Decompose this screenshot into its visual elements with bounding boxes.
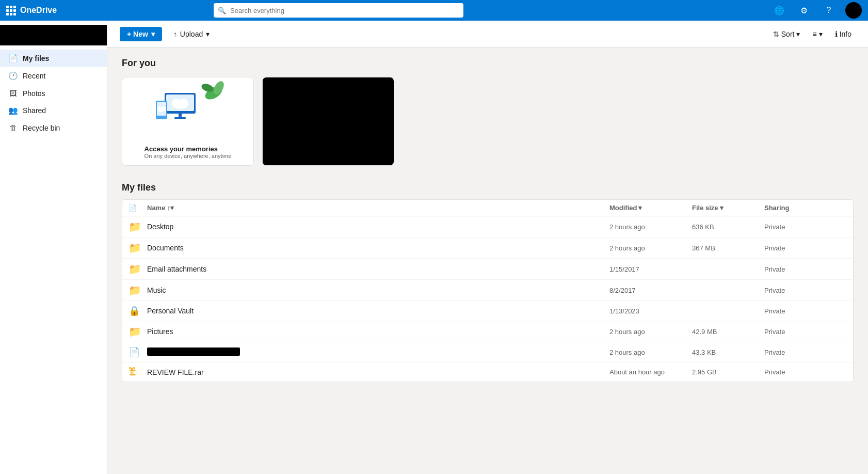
folder-icon: 📁 <box>128 284 147 296</box>
my-files-icon: 📄 <box>8 54 18 63</box>
svg-point-7 <box>179 99 188 108</box>
header-size-col[interactable]: File size ▾ <box>692 204 764 212</box>
sidebar-label-recycle-bin: Recycle bin <box>23 124 60 132</box>
search-input[interactable] <box>214 3 463 18</box>
file-size: 43.3 KB <box>692 349 764 356</box>
memories-illustration <box>122 77 253 129</box>
header-modified-col[interactable]: Modified ▾ <box>609 204 692 212</box>
table-row[interactable]: 📁 Documents 2 hours ago 367 MB Private <box>122 238 853 259</box>
table-row[interactable]: 📁 Music 8/2/2017 Private <box>122 280 853 301</box>
grid-icon <box>6 6 16 15</box>
sidebar-label-shared: Shared <box>23 106 46 115</box>
file-size: 2.95 GB <box>692 368 764 376</box>
folder-icon: 📁 <box>128 263 147 275</box>
view-button[interactable]: ≡ ▾ <box>808 27 826 41</box>
file-modified: 2 hours ago <box>609 223 692 231</box>
sort-label: Sort <box>781 30 795 38</box>
svg-rect-9 <box>174 117 186 119</box>
file-modified: 8/2/2017 <box>609 287 692 294</box>
file-modified: 2 hours ago <box>609 349 692 356</box>
recycle-bin-icon: 🗑 <box>8 123 18 132</box>
sidebar-label-my-files: My files <box>23 54 49 62</box>
memories-card-subtitle: On any device, anywhere, anytime <box>144 153 232 159</box>
file-name <box>147 347 609 357</box>
sort-button[interactable]: ⇅ Sort ▾ <box>769 27 805 41</box>
file-table: 📄 Name ↑▾ Modified ▾ File size ▾ Sharing <box>122 199 854 382</box>
file-sharing: Private <box>764 328 847 336</box>
size-sort-icon: ▾ <box>720 204 724 212</box>
layout: 📄 My files 🕐 Recent 🖼 Photos 👥 Shared 🗑 … <box>0 21 868 474</box>
photos-icon: 🖼 <box>8 89 18 98</box>
sidebar-item-my-files[interactable]: 📄 My files <box>0 50 107 67</box>
shared-icon: 👥 <box>8 106 18 115</box>
settings-button[interactable]: ⚙ <box>796 2 812 19</box>
header-sharing-col: Sharing <box>764 204 847 212</box>
modified-sort-icon: ▾ <box>638 204 642 212</box>
sidebar: 📄 My files 🕐 Recent 🖼 Photos 👥 Shared 🗑 … <box>0 21 107 474</box>
sidebar-item-recycle-bin[interactable]: 🗑 Recycle bin <box>0 119 107 136</box>
table-row[interactable]: 📁 Pictures 2 hours ago 42.9 MB Private <box>122 321 853 342</box>
for-you-title: For you <box>122 58 854 69</box>
file-modified: 2 hours ago <box>609 244 692 252</box>
table-row[interactable]: 🗜 REVIEW FILE.rar About an hour ago 2.95… <box>122 362 853 382</box>
header-name-col[interactable]: Name ↑▾ <box>147 204 609 212</box>
redacted-name-bar <box>147 347 240 356</box>
file-modified: 1/13/2023 <box>609 307 692 315</box>
file-modified: 1/15/2017 <box>609 265 692 273</box>
sidebar-item-recent[interactable]: 🕐 Recent <box>0 67 107 85</box>
header-icon-col: 📄 <box>128 204 147 212</box>
search-icon: 🔍 <box>218 7 226 14</box>
name-sort-icon: ↑▾ <box>167 204 174 212</box>
main-area: + New ▾ ↑ Upload ▾ ⇅ Sort ▾ ≡ ▾ ℹ <box>107 21 868 474</box>
file-sharing: Private <box>764 287 847 294</box>
sidebar-item-shared[interactable]: 👥 Shared <box>0 102 107 119</box>
file-name: Documents <box>147 244 609 252</box>
info-label: Info <box>840 30 851 38</box>
action-right: ⇅ Sort ▾ ≡ ▾ ℹ Info <box>769 27 856 41</box>
table-row[interactable]: 📁 Desktop 2 hours ago 636 KB Private <box>122 216 853 238</box>
help-button[interactable]: ? <box>821 2 837 19</box>
table-row[interactable]: 🔒 Personal Vault 1/13/2023 Private <box>122 301 853 321</box>
file-sharing: Private <box>764 265 847 273</box>
file-size: 367 MB <box>692 244 764 252</box>
file-name: REVIEW FILE.rar <box>147 368 609 376</box>
file-name: Email attachments <box>147 265 609 273</box>
file-sharing: Private <box>764 223 847 231</box>
svg-point-14 <box>161 106 166 112</box>
my-files-title: My files <box>122 182 854 193</box>
sort-chevron-icon: ▾ <box>796 30 800 38</box>
memories-card[interactable]: Access your memories On any device, anyw… <box>122 77 254 166</box>
app-name: OneDrive <box>20 6 57 15</box>
table-row[interactable]: 📄 2 hours ago 43.3 KB Private <box>122 342 853 362</box>
folder-icon: 📁 <box>128 220 147 233</box>
black-card[interactable] <box>262 77 394 166</box>
file-modified: 2 hours ago <box>609 328 692 336</box>
file-doc-icon: 📄 <box>128 346 147 358</box>
folder-icon: 📁 <box>128 242 147 254</box>
action-bar: + New ▾ ↑ Upload ▾ ⇅ Sort ▾ ≡ ▾ ℹ <box>107 21 868 48</box>
upload-button[interactable]: ↑ Upload ▾ <box>168 27 215 41</box>
view-icon: ≡ <box>812 30 816 38</box>
info-icon: ℹ <box>835 30 838 38</box>
sidebar-user-block <box>0 25 107 45</box>
content: For you <box>107 48 868 392</box>
upload-icon: ↑ <box>173 30 177 38</box>
topbar-actions: 🌐 ⚙ ? <box>771 2 862 19</box>
user-avatar[interactable] <box>845 2 862 19</box>
view-chevron-icon: ▾ <box>819 30 823 38</box>
sidebar-item-photos[interactable]: 🖼 Photos <box>0 85 107 102</box>
upload-chevron-icon: ▾ <box>206 30 210 38</box>
new-chevron-icon: ▾ <box>151 30 155 38</box>
table-row[interactable]: 📁 Email attachments 1/15/2017 Private <box>122 259 853 280</box>
rar-icon: 🗜 <box>128 367 147 377</box>
info-button[interactable]: ℹ Info <box>831 27 856 41</box>
new-button[interactable]: + New ▾ <box>120 27 162 41</box>
memories-card-title: Access your memories <box>144 145 232 153</box>
file-name: Personal Vault <box>147 307 609 315</box>
cards-row: Access your memories On any device, anyw… <box>122 77 854 166</box>
app-logo[interactable]: OneDrive <box>6 6 57 15</box>
new-button-label: + New <box>127 30 148 38</box>
memories-card-text: Access your memories On any device, anyw… <box>144 145 232 159</box>
topbar: OneDrive 🔍 🌐 ⚙ ? <box>0 0 868 21</box>
globe-button[interactable]: 🌐 <box>771 2 787 19</box>
